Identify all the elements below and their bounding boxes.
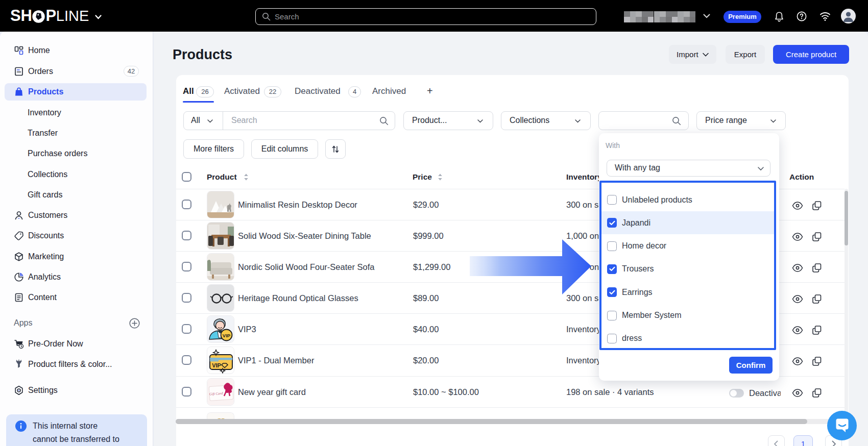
svg-text:VIP: VIP xyxy=(223,333,231,338)
svg-text:VIP: VIP xyxy=(212,362,221,368)
